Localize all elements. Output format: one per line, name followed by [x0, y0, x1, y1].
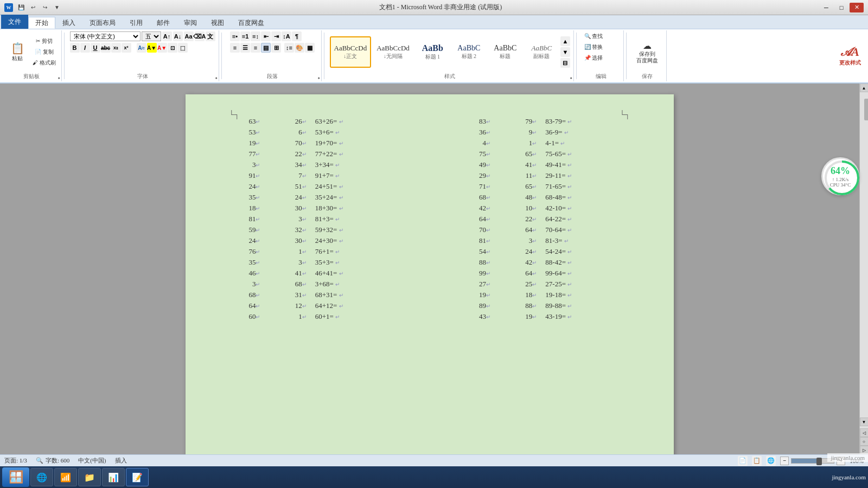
- styles-scroll: ▲ ▼ ⊟: [560, 36, 570, 68]
- font-color-btn[interactable]: A▼: [157, 43, 167, 53]
- format-painter-button[interactable]: 🖌 格式刷: [30, 58, 58, 68]
- font-expand-icon[interactable]: ⬥: [215, 75, 218, 80]
- bold-btn[interactable]: B: [70, 43, 80, 53]
- scroll-down-btn[interactable]: ▼: [860, 418, 869, 426]
- justify-btn[interactable]: ▤: [261, 43, 271, 53]
- font-shrink-btn[interactable]: A↓: [173, 31, 183, 41]
- col3: 53+6= ↵: [311, 127, 411, 138]
- clipboard-expand-icon[interactable]: ⬥: [58, 75, 60, 80]
- text-effect-btn[interactable]: A≈: [137, 43, 146, 53]
- col6: 19-18= ↵: [541, 290, 641, 300]
- scroll-prev-btn[interactable]: ◁: [860, 428, 869, 437]
- view-print-btn[interactable]: 📄: [738, 456, 748, 466]
- scroll-up-btn[interactable]: ▲: [860, 84, 869, 92]
- document-page[interactable]: └┐ └┐ 63↵ 26↵ 63+26= ↵ 83↵ 79↵ 83-79= ↵ …: [186, 94, 674, 454]
- bullets-btn[interactable]: ≡•: [230, 31, 240, 41]
- underline-btn[interactable]: U: [91, 43, 100, 53]
- cut-button[interactable]: ✂ 剪切: [30, 36, 58, 46]
- scroll-page-btn[interactable]: ○: [860, 437, 869, 446]
- minimize-btn[interactable]: ─: [819, 3, 833, 12]
- numbering-btn[interactable]: ≡1: [240, 31, 250, 41]
- style-title[interactable]: AaBbC 标题: [488, 36, 523, 68]
- tab-review[interactable]: 审阅: [177, 17, 204, 29]
- highlight-btn[interactable]: A▼: [147, 43, 157, 53]
- tab-baidu[interactable]: 百度网盘: [231, 17, 271, 29]
- view-read-btn[interactable]: 📋: [752, 456, 762, 466]
- undo-btn[interactable]: ↩: [28, 3, 38, 12]
- taskbar-wifi[interactable]: 📶: [54, 468, 77, 486]
- multilevel-btn[interactable]: ≡↕: [251, 31, 260, 41]
- tab-file[interactable]: 文件: [1, 15, 28, 29]
- char-border-btn[interactable]: ⬚: [178, 43, 188, 53]
- change-styles-btn[interactable]: 𝒜A 更改样式: [837, 40, 864, 72]
- styles-more[interactable]: ⊟: [560, 58, 570, 68]
- tab-home[interactable]: 开始: [28, 17, 55, 29]
- replace-btn[interactable]: 🔄 替换: [582, 42, 620, 52]
- style-h2[interactable]: AaBbC 标题 2: [451, 36, 487, 68]
- redo-btn[interactable]: ↪: [40, 3, 50, 12]
- styles-expand-icon[interactable]: ⬥: [570, 75, 572, 80]
- col-layout-btn[interactable]: ⊞: [271, 43, 281, 53]
- start-button[interactable]: 🪟: [2, 467, 29, 487]
- increase-indent-btn[interactable]: ⇥: [271, 31, 281, 41]
- col5: 64↵: [495, 224, 541, 235]
- style-subtitle[interactable]: AaBbC 副标题: [524, 36, 559, 68]
- zoom-handle[interactable]: [816, 458, 822, 465]
- styles-scroll-up[interactable]: ▲: [560, 36, 570, 46]
- maximize-btn[interactable]: □: [834, 3, 848, 12]
- clear-format-btn[interactable]: ⌫A: [195, 31, 205, 41]
- tab-references[interactable]: 引用: [123, 17, 150, 29]
- font-grow-btn[interactable]: A↑: [162, 31, 172, 41]
- phonetic-btn[interactable]: 文: [206, 31, 215, 41]
- taskbar-excel[interactable]: 📊: [102, 468, 125, 486]
- sort-btn[interactable]: ↕A: [282, 31, 291, 41]
- scroll-thumb[interactable]: [864, 99, 869, 120]
- network-badge: 64% ↑ 1.2K/s CPU 34°C: [821, 157, 859, 195]
- qa-menu-btn[interactable]: ▼: [52, 3, 62, 12]
- document-scroll[interactable]: └┐ └┐ 63↵ 26↵ 63+26= ↵ 83↵ 79↵ 83-79= ↵ …: [0, 84, 859, 454]
- tab-insert[interactable]: 插入: [55, 17, 82, 29]
- font-name-select[interactable]: 宋体 (中文正文): [70, 31, 141, 41]
- select-btn[interactable]: 📌 选择: [582, 53, 620, 63]
- char-shade-btn[interactable]: ⊡: [168, 43, 177, 53]
- change-case-btn[interactable]: Aa: [184, 31, 194, 41]
- taskbar-explorer[interactable]: 📁: [78, 468, 101, 486]
- style-normal[interactable]: AaBbCcDd ↓正文: [330, 36, 372, 68]
- right-scrollbar[interactable]: ▲ ▼ ◁ ○ ▷: [859, 84, 868, 454]
- taskbar-word[interactable]: 📝: [126, 468, 149, 486]
- strikethrough-btn[interactable]: abc: [101, 43, 111, 53]
- align-right-btn[interactable]: ≡: [251, 43, 260, 53]
- find-btn[interactable]: 🔍 查找: [582, 31, 620, 41]
- style-subtitle-preview: AaBbC: [532, 44, 552, 53]
- style-nospacing[interactable]: AaBbCcDd ↓无间隔: [372, 36, 414, 68]
- font-size-select[interactable]: 五号: [142, 31, 161, 41]
- col2: 7↵: [264, 170, 310, 181]
- close-btn[interactable]: ✕: [850, 3, 864, 12]
- superscript-btn[interactable]: x²: [122, 43, 131, 53]
- shading-btn[interactable]: 🎨: [295, 43, 304, 53]
- style-h1[interactable]: AaBb 标题 1: [415, 36, 450, 68]
- view-web-btn[interactable]: 🌐: [766, 456, 776, 466]
- align-center-btn[interactable]: ☰: [240, 43, 250, 53]
- save-baidu-button[interactable]: ☁ 保存到百度网盘: [634, 36, 661, 68]
- tab-mail[interactable]: 邮件: [150, 17, 177, 29]
- save-quick-btn[interactable]: 💾: [16, 3, 26, 12]
- copy-button[interactable]: 📄 复制: [30, 47, 58, 57]
- border-btn[interactable]: ▦: [305, 43, 315, 53]
- line-spacing-btn[interactable]: ↕≡: [284, 43, 294, 53]
- italic-btn[interactable]: I: [80, 43, 90, 53]
- zoom-out-btn[interactable]: −: [780, 457, 789, 465]
- align-left-btn[interactable]: ≡: [230, 43, 240, 53]
- col4: 19↵: [449, 290, 495, 300]
- decrease-indent-btn[interactable]: ⇤: [261, 31, 271, 41]
- tab-layout[interactable]: 页面布局: [82, 17, 123, 29]
- show-marks-btn[interactable]: ¶: [292, 31, 302, 41]
- subscript-btn[interactable]: x₂: [111, 43, 121, 53]
- para-expand-icon[interactable]: ⬥: [317, 75, 320, 80]
- style-nospacing-name: ↓无间隔: [384, 53, 403, 60]
- col3: 68+31= ↵: [311, 290, 411, 300]
- taskbar-browser[interactable]: 🌐: [30, 468, 53, 486]
- paste-button[interactable]: 📋 粘贴: [5, 36, 29, 68]
- styles-scroll-down[interactable]: ▼: [560, 47, 570, 57]
- tab-view[interactable]: 视图: [204, 17, 231, 29]
